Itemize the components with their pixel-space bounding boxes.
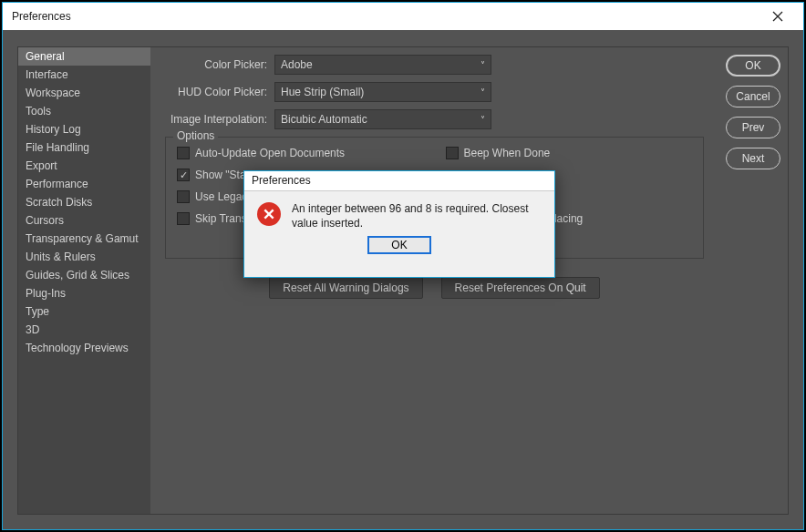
sidebar-item-guides-grid-slices[interactable]: Guides, Grid & Slices: [18, 266, 150, 284]
ok-button[interactable]: OK: [726, 55, 780, 77]
sidebar-item-performance[interactable]: Performance: [18, 175, 150, 193]
dialog-button-column: OK Cancel Prev Next: [715, 47, 788, 514]
prev-button[interactable]: Prev: [726, 117, 780, 138]
reset-warnings-button[interactable]: Reset All Warning Dialogs: [269, 277, 422, 299]
reset-prefs-button[interactable]: Reset Preferences On Quit: [441, 277, 600, 299]
close-icon: [772, 11, 783, 22]
interpolation-value: Bicubic Automatic: [281, 113, 367, 126]
color-picker-label: Color Picker:: [165, 58, 274, 71]
sidebar-item-transparency-gamut[interactable]: Transparency & Gamut: [18, 230, 150, 248]
option-checkbox[interactable]: Beep When Done: [446, 147, 693, 159]
error-icon: [257, 202, 281, 226]
checkbox-icon: [177, 169, 190, 181]
hud-color-picker-label: HUD Color Picker:: [165, 86, 274, 98]
sidebar-item-workspace[interactable]: Workspace: [18, 84, 150, 102]
sidebar-item-interface[interactable]: Interface: [18, 66, 150, 84]
sidebar-item-technology-previews[interactable]: Technology Previews: [18, 339, 150, 357]
sidebar-item-general[interactable]: General: [18, 47, 150, 66]
error-message: An integer between 96 and 8 is required.…: [292, 202, 542, 230]
next-button[interactable]: Next: [726, 148, 780, 169]
sidebar-item-history-log[interactable]: History Log: [18, 120, 150, 138]
chevron-down-icon: ˅: [480, 115, 485, 125]
sidebar-item-tools[interactable]: Tools: [18, 102, 150, 120]
hud-color-picker-value: Hue Strip (Small): [281, 86, 364, 98]
error-ok-button[interactable]: OK: [367, 236, 431, 254]
checkbox-label: Beep When Done: [464, 147, 551, 159]
category-sidebar: GeneralInterfaceWorkspaceToolsHistory Lo…: [18, 47, 150, 514]
interpolation-select[interactable]: Bicubic Automatic ˅: [274, 109, 491, 129]
sidebar-item-export[interactable]: Export: [18, 157, 150, 175]
sidebar-item-3d[interactable]: 3D: [18, 321, 150, 339]
close-button[interactable]: [760, 4, 796, 29]
cancel-button[interactable]: Cancel: [726, 86, 780, 107]
sidebar-item-scratch-disks[interactable]: Scratch Disks: [18, 193, 150, 211]
chevron-down-icon: ˅: [480, 87, 485, 97]
sidebar-item-type[interactable]: Type: [18, 302, 150, 321]
checkbox-icon: [446, 147, 459, 159]
checkbox-icon: [177, 190, 190, 203]
color-picker-select[interactable]: Adobe ˅: [274, 55, 491, 75]
hud-color-picker-select[interactable]: Hue Strip (Small) ˅: [274, 82, 491, 102]
checkbox-label: Auto-Update Open Documents: [195, 147, 345, 159]
titlebar: Preferences: [3, 3, 803, 30]
checkbox-icon: [177, 147, 190, 159]
sidebar-item-file-handling[interactable]: File Handling: [18, 138, 150, 157]
option-checkbox[interactable]: Auto-Update Open Documents: [177, 147, 424, 159]
error-dialog-title: Preferences: [244, 171, 554, 191]
interpolation-label: Image Interpolation:: [165, 113, 274, 126]
error-dialog: Preferences An integer between 96 and 8 …: [243, 170, 555, 278]
dialog-body: GeneralInterfaceWorkspaceToolsHistory Lo…: [17, 46, 789, 515]
window-title: Preferences: [12, 10, 71, 23]
checkbox-icon: [177, 212, 190, 225]
preferences-window: Preferences GeneralInterfaceWorkspaceToo…: [2, 2, 804, 530]
sidebar-item-cursors[interactable]: Cursors: [18, 211, 150, 230]
color-picker-value: Adobe: [281, 58, 313, 71]
sidebar-item-units-rulers[interactable]: Units & Rulers: [18, 248, 150, 266]
content-panel: Color Picker: Adobe ˅ HUD Color Picker: …: [150, 47, 715, 514]
chevron-down-icon: ˅: [480, 60, 485, 70]
options-legend: Options: [173, 129, 218, 142]
sidebar-item-plug-ins[interactable]: Plug-Ins: [18, 284, 150, 302]
